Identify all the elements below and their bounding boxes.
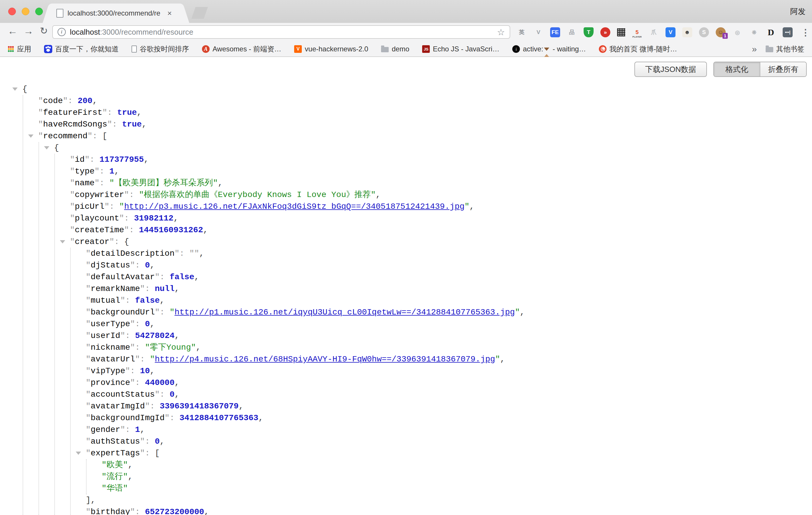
json-line: "nickname": "零下Young", <box>0 342 812 353</box>
browser-menu-icon[interactable]: ⋮ <box>801 27 810 37</box>
other-bookmarks-folder[interactable]: 其他书签 <box>765 44 804 54</box>
json-punctuation: , <box>92 96 97 106</box>
password-dots-icon[interactable]: •••| <box>783 27 793 37</box>
json-key-quote: ": <box>130 319 145 328</box>
json-key: avatarImgId <box>91 402 145 411</box>
browser-window: localhost:3000/recommend/re × 阿发 ← → ↻ i… <box>0 0 812 515</box>
collapse-toggle-icon[interactable] <box>60 240 65 244</box>
json-key: code <box>43 96 63 106</box>
json-punctuation: , <box>160 296 165 305</box>
back-button[interactable]: ← <box>8 25 18 37</box>
json-key-quote: " <box>86 449 91 458</box>
json-key-quote: ": <box>109 237 124 246</box>
json-key-quote: " <box>86 355 91 364</box>
fehelper-icon[interactable]: FE <box>550 27 560 37</box>
bookmark-label: 百度一下，你就知道 <box>55 44 119 54</box>
json-link[interactable]: http://p4.music.126.net/68HSpiyAAVY-HI9-… <box>155 355 495 364</box>
json-punctuation: , <box>174 331 179 340</box>
json-string-quote: " <box>515 308 520 317</box>
tampermonkey-shield-icon[interactable]: T <box>584 27 593 37</box>
bookmark-item[interactable]: 应用 <box>8 44 31 54</box>
json-key: name <box>75 178 94 188</box>
radar-icon[interactable]: ◎ <box>732 27 743 37</box>
vue-devtools-icon[interactable]: V <box>533 27 543 37</box>
bookmark-label: 谷歌按时间排序 <box>140 44 189 54</box>
json-key-quote: " <box>38 96 43 106</box>
json-line: "backgroundUrl": "http://p1.music.126.ne… <box>0 307 812 318</box>
json-key-quote: ": <box>85 155 99 164</box>
collapse-toggle-icon[interactable] <box>44 146 49 149</box>
page-info-icon[interactable]: i <box>58 28 66 36</box>
json-punctuation: , <box>218 178 223 188</box>
bookmark-item[interactable]: JSEcho JS - JavaScri… <box>422 45 499 53</box>
new-tab-button[interactable] <box>192 7 208 19</box>
collapse-all-button[interactable]: 折叠所有 <box>760 62 806 76</box>
mask-icon[interactable]: ☻ <box>682 27 692 37</box>
profile-name[interactable]: 阿发 <box>790 6 806 17</box>
format-button[interactable]: 格式化 <box>714 62 760 76</box>
bookmark-label: demo <box>392 45 409 53</box>
extension-badge: 1 <box>722 33 728 39</box>
bookmark-item[interactable]: 我的首页 微博-随时… <box>599 44 677 54</box>
json-key-quote: ": <box>120 425 135 434</box>
s-icon[interactable]: S <box>699 27 709 37</box>
json-key-quote: " <box>86 390 91 399</box>
qrcode-icon[interactable] <box>617 28 625 36</box>
json-punctuation: , <box>174 378 179 387</box>
hummingbird-icon[interactable]: ❋ <box>749 27 759 37</box>
bookmark-label: Echo JS - JavaScri… <box>433 45 499 53</box>
json-key-quote: ": <box>165 413 179 423</box>
json-key-quote: ": <box>107 120 122 129</box>
json-string-value: "【欧美男团】秒杀耳朵系列" <box>109 178 218 188</box>
json-line: "expertTags": [ <box>0 448 812 459</box>
json-link[interactable]: http://p3.music.126.net/FJAxNkFoq3dGiS9t… <box>124 202 464 211</box>
translate-icon[interactable]: 英 <box>517 27 527 37</box>
json-line: "birthday": 652723200000, <box>0 506 812 515</box>
json-key-quote: " <box>70 190 75 199</box>
forward-button[interactable]: → <box>24 25 33 37</box>
json-key-quote: " <box>38 132 43 141</box>
json-line: "picUrl": "http://p3.music.126.net/FJAxN… <box>0 201 812 212</box>
reload-button[interactable]: ↻ <box>40 25 48 36</box>
page-icon <box>132 46 137 53</box>
json-key-quote: " <box>86 343 91 352</box>
json-number-value: 10 <box>140 366 150 375</box>
json-key: backgroundUrl <box>91 308 155 317</box>
bookmark-item[interactable]: Vvue-hackernews-2.0 <box>294 45 368 53</box>
collapse-toggle-icon[interactable] <box>12 87 18 91</box>
collapse-toggle-icon[interactable] <box>28 135 33 138</box>
monkey-icon[interactable]: ☺1 <box>716 27 726 37</box>
json-number-value: 31982112 <box>134 214 173 223</box>
json-number-value: 0 <box>145 319 150 328</box>
minimize-window-button[interactable] <box>22 8 29 15</box>
video-speed-icon[interactable]: » <box>600 27 610 37</box>
chevron-v-icon[interactable]: V <box>666 27 675 37</box>
bookmark-item[interactable]: 谷歌按时间排序 <box>132 44 189 54</box>
paw-icon[interactable]: 爪 <box>649 27 659 37</box>
download-json-button[interactable]: 下载JSON数据 <box>634 62 707 77</box>
bookmark-item[interactable]: ↓active:- waiting… <box>512 45 586 53</box>
json-key-quote: " <box>70 237 75 246</box>
json-key-quote: " <box>86 366 91 375</box>
json-line: "华语" <box>0 483 812 494</box>
json-link[interactable]: http://p1.music.126.net/iqyqU3Uicq_cL00I… <box>174 308 515 317</box>
bookmark-item[interactable]: 百度一下，你就知道 <box>44 44 119 54</box>
address-bar[interactable]: i localhost:3000/recommend/resource ☆ <box>52 25 510 39</box>
zoom-window-button[interactable] <box>35 8 43 15</box>
json-punctuation: , <box>194 273 199 282</box>
tab-close-icon[interactable]: × <box>167 9 172 18</box>
bookmark-item[interactable]: AAwesomes - 前端资… <box>202 44 281 54</box>
html5-player-icon[interactable]: 5PLAYER <box>632 27 642 37</box>
sitemap-icon[interactable]: 品 <box>567 27 577 37</box>
collapse-toggle-icon[interactable] <box>76 452 81 455</box>
d-icon[interactable]: D <box>766 27 776 37</box>
json-key-quote: ": <box>130 261 145 270</box>
bookmark-star-icon[interactable]: ☆ <box>497 27 505 37</box>
json-number-value: 1 <box>135 425 140 434</box>
json-punctuation: ], <box>86 496 96 505</box>
baidu-paw-icon <box>44 45 52 53</box>
browser-tab[interactable]: localhost:3000/recommend/re × <box>50 3 182 23</box>
bookmark-item[interactable]: demo <box>381 45 409 53</box>
close-window-button[interactable] <box>8 8 16 15</box>
bookmarks-overflow-chevron[interactable]: » <box>752 44 757 54</box>
